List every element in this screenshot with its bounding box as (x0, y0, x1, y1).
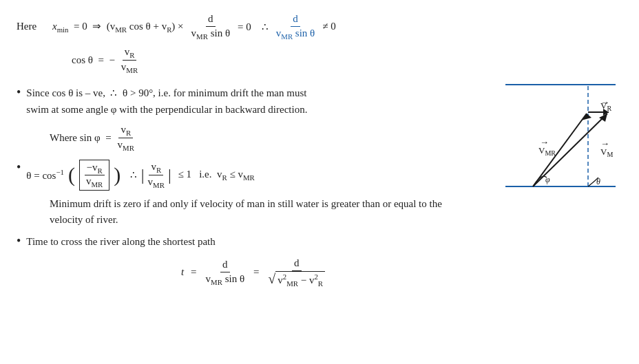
vector-diagram: → VR → VMR → VM φ θ (499, 64, 622, 292)
frac-d-vmrsin-blue: d vMR sin θ (274, 12, 317, 41)
leq1: ≤ 1 i.e. vR ≤ vMR (176, 169, 255, 182)
frac-d-vmrsin: d vMR sin θ (189, 12, 233, 41)
vr-text: VR (600, 100, 611, 112)
eq-sign1: = (191, 266, 196, 278)
sqrt-symbol: √ (269, 272, 276, 286)
frac-t1: d vMR sin θ (204, 258, 247, 287)
eq-sign2: = (253, 266, 259, 278)
sqrt-expr: √ v2MR − v2R (269, 271, 326, 288)
page-content: Here xmin = 0 ⇒ (vMR cos θ + vR) × d vMR… (17, 12, 622, 292)
where-label: Where sin φ = (50, 132, 112, 144)
sqrt-inner: v2MR − v2R (275, 271, 325, 288)
vmr-arrowhead (581, 114, 591, 120)
xmin-expr: xmin = 0 ⇒ (vMR cos θ + vR) × (52, 20, 184, 34)
bullet1-section: • Since cos θ is – ve, ∴ θ > 90°, i.e. f… (17, 85, 492, 118)
main-body: • Since cos θ is – ve, ∴ θ > 90°, i.e. f… (17, 85, 622, 292)
right-abs: | (168, 167, 171, 183)
bullet1-text: Since cos θ is – ve, ∴ θ > 90°, i.e. for… (26, 85, 492, 118)
bullet1-dot: • (17, 85, 21, 100)
abs-frac: | vR vMR | (141, 160, 171, 190)
frac-t2: d √ v2MR − v2R (266, 257, 328, 288)
cos-label: cos θ = − (72, 54, 115, 66)
t-label: t (181, 266, 184, 278)
close-paren: ) (114, 164, 121, 185)
theta-equation: θ = cos−1 ( −vR vMR ) ∴ | vR vMR (26, 160, 254, 191)
bullet3-text: Time to cross the river along the shorte… (26, 233, 492, 250)
bullet2-dot: • (17, 160, 21, 175)
boxed-frac: −vR vMR (79, 160, 109, 191)
top-equation: Here xmin = 0 ⇒ (vMR cos θ + vR) × d vMR… (17, 12, 622, 41)
open-paren: ( (68, 164, 75, 185)
eq-zero: = 0 ∴ (238, 21, 269, 33)
diagram-svg: → VR → VMR → VM φ θ (499, 71, 619, 208)
min-drift-para: Minimum drift is zero if and only if vel… (50, 196, 492, 228)
bullet3-dot: • (17, 234, 21, 248)
therefore2: ∴ (125, 169, 137, 181)
theta-label: θ = cos−1 (26, 168, 64, 182)
frac-vr-vmr: vR vMR (119, 45, 140, 75)
time-equation: t = d vMR sin θ = d √ v2MR − v2R (17, 257, 492, 288)
theta-text: θ (596, 177, 600, 186)
here-label: Here (17, 21, 47, 32)
neq-zero: ≠ 0 (322, 21, 335, 32)
bullet3-section: • Time to cross the river along the shor… (17, 233, 492, 250)
phi-text: φ (545, 175, 550, 184)
left-abs: | (141, 167, 145, 183)
where-equation: Where sin φ = vR vMR (50, 123, 492, 153)
left-content: • Since cos θ is – ve, ∴ θ > 90°, i.e. f… (17, 85, 492, 292)
inner-abs-frac: vR vMR (146, 160, 167, 190)
vm-text: VM (600, 147, 613, 158)
frac-sinphi: vR vMR (116, 123, 136, 153)
bullet2-section: • θ = cos−1 ( −vR vMR ) ∴ | vR (17, 160, 492, 191)
